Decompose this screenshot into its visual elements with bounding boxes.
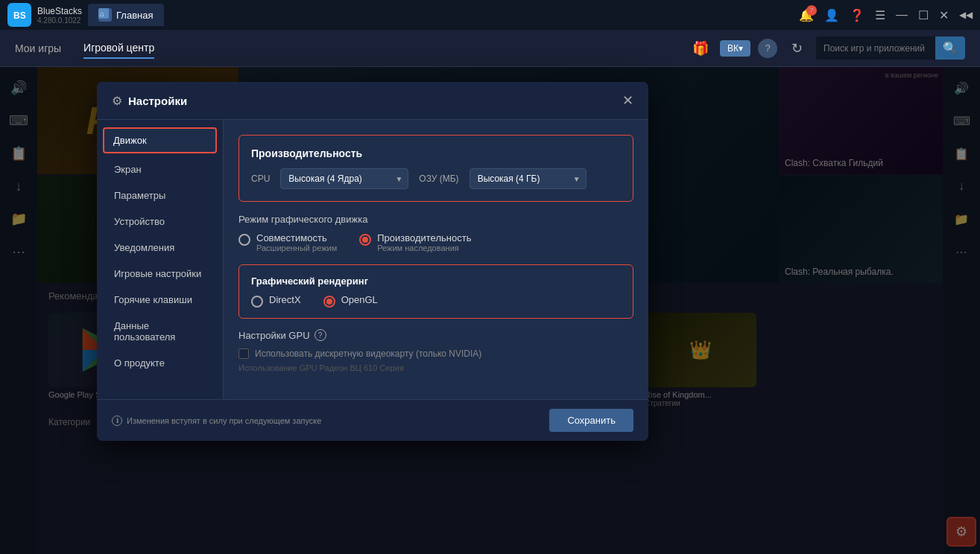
- close-button[interactable]: ✕: [939, 8, 949, 22]
- save-button[interactable]: Сохранить: [549, 409, 633, 432]
- radio-opengl-label: OpenGL: [341, 294, 378, 305]
- gpu-checkbox-label: Использовать дискретную видеокарту (толь…: [255, 348, 481, 359]
- vk-label: ВК▾: [727, 43, 743, 54]
- radio-opengl-circle: [323, 296, 335, 308]
- modal-close-button[interactable]: ✕: [622, 92, 633, 109]
- gpu-greyed-text: Использование GPU Радеон ВЦ 610 Серия: [238, 363, 633, 372]
- modal-nav-engine[interactable]: Движок: [103, 127, 217, 153]
- titlebar-left: BS BlueStacks 4.280.0.1022 ⌂ Главная: [7, 3, 164, 27]
- back-button[interactable]: ◀◀: [959, 10, 973, 20]
- radio-directx-text: DirectX: [269, 294, 301, 305]
- modal-title: Настройки: [128, 95, 622, 107]
- ram-select[interactable]: Низкая (1 ГБ) Средняя (2 ГБ) Высокая (4 …: [470, 168, 587, 189]
- footer-info-icon: ℹ: [112, 416, 122, 426]
- app-version: 4.280.0.1022: [37, 16, 82, 25]
- radio-directx-circle: [251, 296, 263, 308]
- graphics-mode-section: Режим графического движка Совместимость …: [238, 214, 633, 252]
- svg-text:BS: BS: [13, 10, 26, 21]
- radio-perf-sublabel: Режим наследования: [377, 243, 471, 252]
- performance-row: CPU Низкая (1 Ядро) Средняя (2 Ядра) Выс…: [251, 168, 621, 189]
- radio-compat-circle: [238, 234, 250, 246]
- radio-perf-label: Производительность: [377, 232, 471, 243]
- radio-compat-sublabel: Расширенный режим: [256, 243, 337, 252]
- radio-opengl[interactable]: OpenGL: [323, 294, 378, 308]
- radio-perf-text: Производительность Режим наследования: [377, 232, 471, 252]
- ram-select-wrapper: Низкая (1 ГБ) Средняя (2 ГБ) Высокая (4 …: [470, 168, 587, 189]
- maximize-button[interactable]: ☐: [918, 8, 929, 22]
- account-icon[interactable]: 👤: [824, 8, 839, 22]
- modal-content: Производительность CPU Низкая (1 Ядро) С…: [224, 120, 648, 399]
- app-info: BlueStacks 4.280.0.1022: [37, 6, 82, 25]
- app-logo: BS: [7, 3, 31, 27]
- rendering-section: Графический рендеринг DirectX: [238, 264, 633, 319]
- modal-nav-params[interactable]: Параметры: [97, 182, 223, 208]
- settings-modal: ⚙ Настройки ✕ Движок Экран Параметры: [97, 82, 648, 441]
- gpu-checkbox-row[interactable]: Использовать дискретную видеокарту (толь…: [238, 348, 633, 359]
- notification-badge: 7: [806, 5, 817, 16]
- modal-header: ⚙ Настройки ✕: [97, 82, 648, 120]
- radio-opengl-text: OpenGL: [341, 294, 378, 305]
- modal-nav-notifications[interactable]: Уведомления: [97, 235, 223, 261]
- modal-nav-hotkeys[interactable]: Горячие клавиши: [97, 287, 223, 313]
- gpu-info-icon[interactable]: ?: [314, 329, 326, 341]
- nav-game-center[interactable]: Игровой центр: [83, 38, 154, 59]
- menu-icon[interactable]: ☰: [875, 8, 885, 22]
- modal-nav-device[interactable]: Устройство: [97, 208, 223, 235]
- footer-info-text: Изменения вступят в силу при следующем з…: [127, 416, 321, 425]
- titlebar-controls: 🔔 7 👤 ❓ ☰ — ☐ ✕ ◀◀: [799, 8, 973, 22]
- app-name: BlueStacks: [37, 6, 82, 16]
- gpu-section: Настройки GPU ? Использовать дискретную …: [238, 329, 633, 372]
- svg-text:⌂: ⌂: [100, 10, 104, 18]
- performance-section: Производительность CPU Низкая (1 Ядро) С…: [238, 135, 633, 202]
- tab-home-icon: ⌂: [98, 8, 112, 22]
- cpu-label: CPU: [251, 173, 270, 184]
- radio-compat-label: Совместимость: [256, 232, 337, 243]
- radio-perf[interactable]: Производительность Режим наследования: [359, 232, 471, 252]
- modal-nav-screen[interactable]: Экран: [97, 156, 223, 182]
- titlebar: BS BlueStacks 4.280.0.1022 ⌂ Главная 🔔 7…: [0, 0, 980, 30]
- modal-overlay: ⚙ Настройки ✕ Движок Экран Параметры: [0, 67, 980, 554]
- radio-compat[interactable]: Совместимость Расширенный режим: [238, 232, 337, 252]
- rendering-radio-row: DirectX OpenGL: [251, 294, 621, 308]
- gpu-checkbox[interactable]: [238, 348, 249, 359]
- main-area: 🔊 ⌨ 📋 ↓ 📁 ⋯ FREE ☣ ◀ State o: [0, 67, 980, 554]
- modal-sidebar: Движок Экран Параметры Устройство Уведом…: [97, 120, 224, 399]
- modal-footer: ℹ Изменения вступят в силу при следующем…: [97, 399, 648, 441]
- performance-title: Производительность: [251, 147, 621, 159]
- help-icon[interactable]: ❓: [850, 8, 864, 22]
- search-input[interactable]: [816, 39, 935, 58]
- graphics-mode-title: Режим графического движка: [238, 214, 633, 225]
- search-box: 🔍: [816, 36, 965, 60]
- gpu-title: Настройки GPU: [238, 330, 310, 341]
- rendering-title: Графический рендеринг: [251, 276, 621, 287]
- refresh-icon[interactable]: ↻: [785, 36, 809, 60]
- navbar: Мои игры Игровой центр 🎁 ВК▾ ? ↻ 🔍: [0, 30, 980, 67]
- search-button[interactable]: 🔍: [935, 36, 965, 60]
- radio-directx-label: DirectX: [269, 294, 301, 305]
- radio-compat-text: Совместимость Расширенный режим: [256, 232, 337, 252]
- gpu-title-row: Настройки GPU ?: [238, 329, 633, 341]
- tab-label: Главная: [116, 10, 153, 21]
- nav-my-games[interactable]: Мои игры: [15, 39, 61, 58]
- vk-button[interactable]: ВК▾: [720, 40, 750, 57]
- cpu-select-wrapper: Низкая (1 Ядро) Средняя (2 Ядра) Высокая…: [280, 168, 408, 189]
- navbar-right: 🎁 ВК▾ ? ↻ 🔍: [689, 36, 965, 60]
- minimize-button[interactable]: —: [896, 8, 908, 22]
- modal-nav-about[interactable]: О продукте: [97, 350, 223, 376]
- ram-label: ОЗУ (МБ): [419, 173, 458, 184]
- footer-info: ℹ Изменения вступят в силу при следующем…: [112, 416, 321, 426]
- radio-perf-circle: [359, 234, 371, 246]
- modal-nav-user-data[interactable]: Данные пользователя: [97, 313, 223, 350]
- main-tab[interactable]: ⌂ Главная: [88, 4, 163, 26]
- settings-icon: ⚙: [112, 94, 122, 108]
- modal-body: Движок Экран Параметры Устройство Уведом…: [97, 120, 648, 399]
- modal-nav-game-settings[interactable]: Игровые настройки: [97, 261, 223, 287]
- radio-directx[interactable]: DirectX: [251, 294, 301, 308]
- help-nav-icon[interactable]: ?: [758, 39, 777, 58]
- gift-icon[interactable]: 🎁: [689, 36, 712, 60]
- notification-icon[interactable]: 🔔 7: [799, 8, 814, 22]
- cpu-select[interactable]: Низкая (1 Ядро) Средняя (2 Ядра) Высокая…: [280, 168, 408, 189]
- graphics-mode-radio-row: Совместимость Расширенный режим Производ…: [238, 232, 633, 252]
